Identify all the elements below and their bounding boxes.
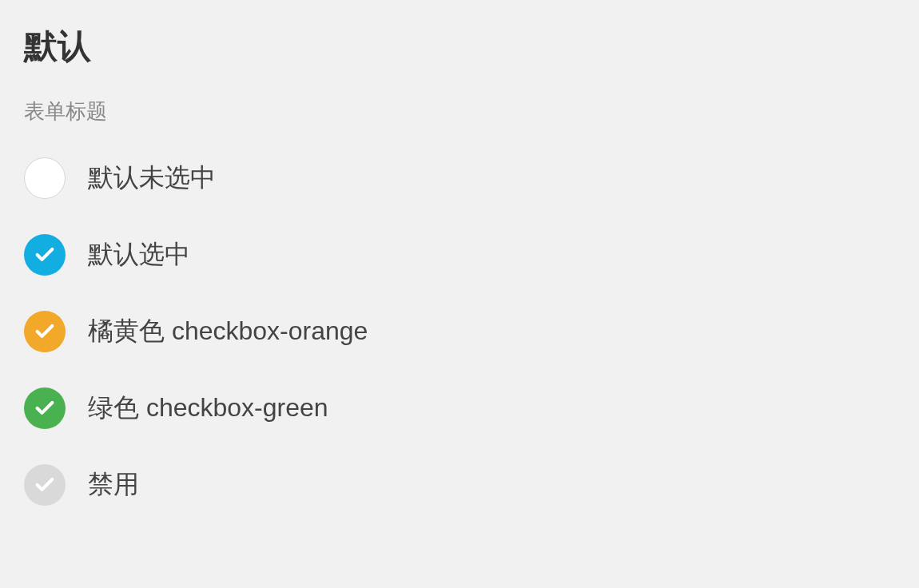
- checkbox-row-default-checked[interactable]: 默认选中: [24, 234, 895, 276]
- checkbox-label: 橘黄色 checkbox-orange: [88, 314, 368, 349]
- checkbox-label: 默认选中: [88, 237, 190, 272]
- check-icon: [34, 474, 56, 496]
- checkbox-row-orange[interactable]: 橘黄色 checkbox-orange: [24, 311, 895, 352]
- checkbox-row-green[interactable]: 绿色 checkbox-green: [24, 387, 895, 429]
- form-subtitle: 表单标题: [24, 97, 895, 125]
- checkbox-label: 默认未选中: [88, 161, 216, 196]
- checkbox-row-unchecked[interactable]: 默认未选中: [24, 157, 895, 199]
- checkbox-label: 禁用: [88, 467, 139, 503]
- checkbox-circle-green-icon[interactable]: [24, 387, 66, 429]
- check-icon: [34, 320, 56, 343]
- check-icon: [34, 397, 56, 419]
- checkbox-circle-blue-icon[interactable]: [24, 234, 66, 276]
- checkbox-row-disabled: 禁用: [24, 464, 895, 506]
- checkbox-circle-unchecked-icon[interactable]: [24, 157, 66, 199]
- section-title: 默认: [24, 24, 895, 69]
- checkbox-label: 绿色 checkbox-green: [88, 391, 328, 426]
- checkbox-circle-orange-icon[interactable]: [24, 311, 66, 352]
- checkbox-circle-disabled-icon: [24, 464, 66, 506]
- check-icon: [34, 244, 56, 266]
